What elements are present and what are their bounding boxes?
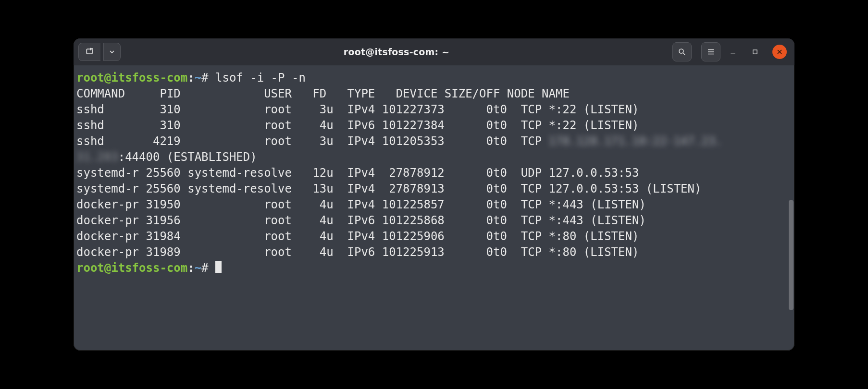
output-row: docker-pr 31989 root 4u IPv6 101225913 0… (76, 245, 639, 259)
search-button[interactable] (672, 42, 692, 61)
minimize-button[interactable] (723, 42, 743, 61)
prompt-path: ~ (195, 71, 201, 85)
command-text: lsof -i -P -n (215, 71, 306, 85)
terminal-window: root@itsfoss-com: ~ root@itsfoss-com:~# … (74, 38, 794, 351)
scrollbar-thumb[interactable] (789, 200, 794, 310)
redacted-ip: 178.128.171.10:22-147.23. (549, 134, 722, 148)
cursor (215, 261, 222, 273)
output-row: docker-pr 31956 root 4u IPv6 101225868 0… (76, 214, 646, 227)
window-title: root@itsfoss-com: ~ (124, 47, 670, 57)
prompt-path: ~ (195, 261, 201, 275)
new-tab-button[interactable] (78, 43, 100, 61)
title-bar: root@itsfoss-com: ~ (74, 38, 794, 65)
output-row-wrap: :44400 (ESTABLISHED) (118, 150, 257, 164)
output-row: sshd 310 root 4u IPv6 101227384 0t0 TCP … (76, 119, 639, 132)
redacted-ip: 31.203 (76, 150, 118, 164)
prompt-user-host: root@itsfoss-com (76, 71, 187, 85)
prompt-sign: # (201, 261, 208, 275)
prompt-sign: # (201, 71, 208, 85)
prompt-user-host: root@itsfoss-com (76, 261, 187, 275)
tab-dropdown-button[interactable] (103, 43, 121, 61)
svg-rect-9 (753, 49, 757, 53)
output-row: sshd 4219 root 3u IPv4 101205353 0t0 TCP (76, 134, 549, 148)
output-row: docker-pr 31984 root 4u IPv4 101225906 0… (76, 230, 639, 243)
output-row: systemd-r 25560 systemd-resolve 13u IPv4… (76, 182, 701, 195)
output-row: sshd 310 root 3u IPv4 101227373 0t0 TCP … (76, 103, 639, 116)
terminal-body[interactable]: root@itsfoss-com:~# lsof -i -P -n COMMAN… (74, 65, 794, 351)
prompt-colon: : (187, 261, 194, 275)
output-header: COMMAND PID USER FD TYPE DEVICE SIZE/OFF… (76, 87, 570, 100)
svg-rect-0 (87, 49, 92, 54)
output-row: docker-pr 31950 root 4u IPv4 101225857 0… (76, 198, 646, 211)
hamburger-menu-button[interactable] (701, 42, 720, 61)
svg-line-4 (683, 53, 685, 55)
svg-point-3 (679, 49, 683, 53)
output-row: systemd-r 25560 systemd-resolve 12u IPv4… (76, 166, 639, 180)
maximize-button[interactable] (745, 42, 765, 61)
close-button[interactable] (772, 45, 787, 59)
prompt-colon: : (187, 71, 194, 85)
